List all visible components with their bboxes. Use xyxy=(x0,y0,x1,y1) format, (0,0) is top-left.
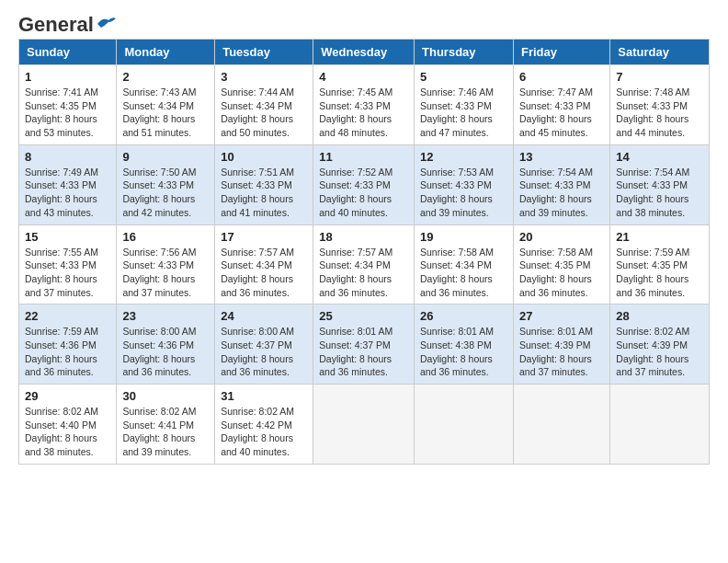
cell-info: Sunrise: 7:49 AMSunset: 4:33 PMDaylight:… xyxy=(25,167,98,218)
day-number: 7 xyxy=(616,70,703,84)
cell-info: Sunrise: 7:53 AMSunset: 4:33 PMDaylight:… xyxy=(420,167,494,218)
cell-info: Sunrise: 8:01 AMSunset: 4:38 PMDaylight:… xyxy=(420,326,494,377)
day-number: 16 xyxy=(122,230,209,244)
day-number: 22 xyxy=(25,309,110,323)
col-header-sunday: Sunday xyxy=(19,40,117,65)
col-header-thursday: Thursday xyxy=(415,40,514,65)
cell-info: Sunrise: 7:58 AMSunset: 4:35 PMDaylight:… xyxy=(519,247,593,298)
calendar-cell: 1Sunrise: 7:41 AMSunset: 4:35 PMDaylight… xyxy=(19,65,117,145)
calendar-cell: 14Sunrise: 7:54 AMSunset: 4:33 PMDayligh… xyxy=(610,144,710,224)
col-header-monday: Monday xyxy=(117,40,215,65)
calendar-cell: 30Sunrise: 8:02 AMSunset: 4:41 PMDayligh… xyxy=(117,385,215,465)
calendar-cell: 25Sunrise: 8:01 AMSunset: 4:37 PMDayligh… xyxy=(313,304,415,385)
cell-info: Sunrise: 8:02 AMSunset: 4:40 PMDaylight:… xyxy=(25,406,98,457)
cell-info: Sunrise: 7:45 AMSunset: 4:33 PMDaylight:… xyxy=(319,86,392,138)
calendar-header-row: SundayMondayTuesdayWednesdayThursdayFrid… xyxy=(19,40,710,65)
cell-info: Sunrise: 7:41 AMSunset: 4:35 PMDaylight:… xyxy=(25,86,98,138)
cell-info: Sunrise: 7:55 AMSunset: 4:33 PMDaylight:… xyxy=(25,247,98,298)
calendar-cell xyxy=(610,385,710,465)
calendar-cell: 8Sunrise: 7:49 AMSunset: 4:33 PMDaylight… xyxy=(19,144,117,224)
calendar-cell: 3Sunrise: 7:44 AMSunset: 4:34 PMDaylight… xyxy=(215,65,313,145)
cell-info: Sunrise: 7:48 AMSunset: 4:33 PMDaylight:… xyxy=(616,86,689,138)
cell-info: Sunrise: 7:57 AMSunset: 4:34 PMDaylight:… xyxy=(319,247,392,298)
day-number: 5 xyxy=(420,70,507,84)
cell-info: Sunrise: 8:02 AMSunset: 4:42 PMDaylight:… xyxy=(221,406,294,457)
cell-info: Sunrise: 8:02 AMSunset: 4:41 PMDaylight:… xyxy=(122,406,196,457)
calendar-cell: 29Sunrise: 8:02 AMSunset: 4:40 PMDayligh… xyxy=(19,385,117,465)
cell-info: Sunrise: 7:44 AMSunset: 4:34 PMDaylight:… xyxy=(221,86,294,138)
cell-info: Sunrise: 7:54 AMSunset: 4:33 PMDaylight:… xyxy=(616,167,689,218)
calendar-cell: 10Sunrise: 7:51 AMSunset: 4:33 PMDayligh… xyxy=(215,144,313,224)
day-number: 29 xyxy=(25,389,110,403)
calendar-cell: 5Sunrise: 7:46 AMSunset: 4:33 PMDaylight… xyxy=(415,65,514,145)
cell-info: Sunrise: 7:43 AMSunset: 4:34 PMDaylight:… xyxy=(122,86,196,138)
col-header-friday: Friday xyxy=(513,40,609,65)
day-number: 18 xyxy=(319,230,408,244)
day-number: 12 xyxy=(420,150,507,164)
cell-info: Sunrise: 8:01 AMSunset: 4:39 PMDaylight:… xyxy=(519,326,593,377)
cell-info: Sunrise: 7:47 AMSunset: 4:33 PMDaylight:… xyxy=(519,86,593,138)
logo-bird-icon xyxy=(96,15,116,31)
logo-general: General xyxy=(18,15,94,35)
cell-info: Sunrise: 7:59 AMSunset: 4:35 PMDaylight:… xyxy=(616,247,689,298)
calendar-week-row: 15Sunrise: 7:55 AMSunset: 4:33 PMDayligh… xyxy=(19,224,710,304)
calendar-table: SundayMondayTuesdayWednesdayThursdayFrid… xyxy=(18,39,710,465)
cell-info: Sunrise: 7:54 AMSunset: 4:33 PMDaylight:… xyxy=(519,167,593,218)
col-header-saturday: Saturday xyxy=(610,40,710,65)
cell-info: Sunrise: 8:02 AMSunset: 4:39 PMDaylight:… xyxy=(616,326,689,377)
calendar-cell: 21Sunrise: 7:59 AMSunset: 4:35 PMDayligh… xyxy=(610,224,710,304)
cell-info: Sunrise: 8:01 AMSunset: 4:37 PMDaylight:… xyxy=(319,326,392,377)
day-number: 15 xyxy=(25,230,110,244)
day-number: 31 xyxy=(221,389,307,403)
calendar-cell xyxy=(513,385,609,465)
calendar-cell: 6Sunrise: 7:47 AMSunset: 4:33 PMDaylight… xyxy=(513,65,609,145)
day-number: 10 xyxy=(221,150,307,164)
calendar-cell: 23Sunrise: 8:00 AMSunset: 4:36 PMDayligh… xyxy=(117,304,215,385)
day-number: 3 xyxy=(221,70,307,84)
calendar-cell: 17Sunrise: 7:57 AMSunset: 4:34 PMDayligh… xyxy=(215,224,313,304)
calendar-cell: 16Sunrise: 7:56 AMSunset: 4:33 PMDayligh… xyxy=(117,224,215,304)
calendar-cell: 4Sunrise: 7:45 AMSunset: 4:33 PMDaylight… xyxy=(313,65,415,145)
day-number: 26 xyxy=(420,309,507,323)
day-number: 27 xyxy=(519,309,604,323)
day-number: 19 xyxy=(420,230,507,244)
calendar-cell: 31Sunrise: 8:02 AMSunset: 4:42 PMDayligh… xyxy=(215,385,313,465)
day-number: 23 xyxy=(122,309,209,323)
calendar-week-row: 29Sunrise: 8:02 AMSunset: 4:40 PMDayligh… xyxy=(19,385,710,465)
day-number: 30 xyxy=(122,389,209,403)
calendar-cell: 27Sunrise: 8:01 AMSunset: 4:39 PMDayligh… xyxy=(513,304,609,385)
calendar-cell: 26Sunrise: 8:01 AMSunset: 4:38 PMDayligh… xyxy=(415,304,514,385)
calendar-cell: 7Sunrise: 7:48 AMSunset: 4:33 PMDaylight… xyxy=(610,65,710,145)
day-number: 11 xyxy=(319,150,408,164)
day-number: 28 xyxy=(616,309,703,323)
calendar-cell: 15Sunrise: 7:55 AMSunset: 4:33 PMDayligh… xyxy=(19,224,117,304)
calendar-cell xyxy=(313,385,415,465)
page-header: General xyxy=(18,15,710,31)
cell-info: Sunrise: 7:58 AMSunset: 4:34 PMDaylight:… xyxy=(420,247,494,298)
cell-info: Sunrise: 7:51 AMSunset: 4:33 PMDaylight:… xyxy=(221,167,294,218)
day-number: 20 xyxy=(519,230,604,244)
day-number: 13 xyxy=(519,150,604,164)
cell-info: Sunrise: 7:59 AMSunset: 4:36 PMDaylight:… xyxy=(25,326,98,377)
calendar-week-row: 8Sunrise: 7:49 AMSunset: 4:33 PMDaylight… xyxy=(19,144,710,224)
day-number: 21 xyxy=(616,230,703,244)
calendar-cell: 18Sunrise: 7:57 AMSunset: 4:34 PMDayligh… xyxy=(313,224,415,304)
day-number: 4 xyxy=(319,70,408,84)
calendar-cell: 20Sunrise: 7:58 AMSunset: 4:35 PMDayligh… xyxy=(513,224,609,304)
calendar-cell: 19Sunrise: 7:58 AMSunset: 4:34 PMDayligh… xyxy=(415,224,514,304)
cell-info: Sunrise: 8:00 AMSunset: 4:36 PMDaylight:… xyxy=(122,326,196,377)
cell-info: Sunrise: 7:56 AMSunset: 4:33 PMDaylight:… xyxy=(122,247,196,298)
cell-info: Sunrise: 7:46 AMSunset: 4:33 PMDaylight:… xyxy=(420,86,494,138)
calendar-week-row: 22Sunrise: 7:59 AMSunset: 4:36 PMDayligh… xyxy=(19,304,710,385)
calendar-cell: 13Sunrise: 7:54 AMSunset: 4:33 PMDayligh… xyxy=(513,144,609,224)
calendar-cell: 28Sunrise: 8:02 AMSunset: 4:39 PMDayligh… xyxy=(610,304,710,385)
calendar-cell: 22Sunrise: 7:59 AMSunset: 4:36 PMDayligh… xyxy=(19,304,117,385)
cell-info: Sunrise: 8:00 AMSunset: 4:37 PMDaylight:… xyxy=(221,326,294,377)
calendar-cell: 11Sunrise: 7:52 AMSunset: 4:33 PMDayligh… xyxy=(313,144,415,224)
day-number: 25 xyxy=(319,309,408,323)
day-number: 9 xyxy=(122,150,209,164)
day-number: 14 xyxy=(616,150,703,164)
calendar-week-row: 1Sunrise: 7:41 AMSunset: 4:35 PMDaylight… xyxy=(19,65,710,145)
cell-info: Sunrise: 7:52 AMSunset: 4:33 PMDaylight:… xyxy=(319,167,392,218)
day-number: 1 xyxy=(25,70,110,84)
